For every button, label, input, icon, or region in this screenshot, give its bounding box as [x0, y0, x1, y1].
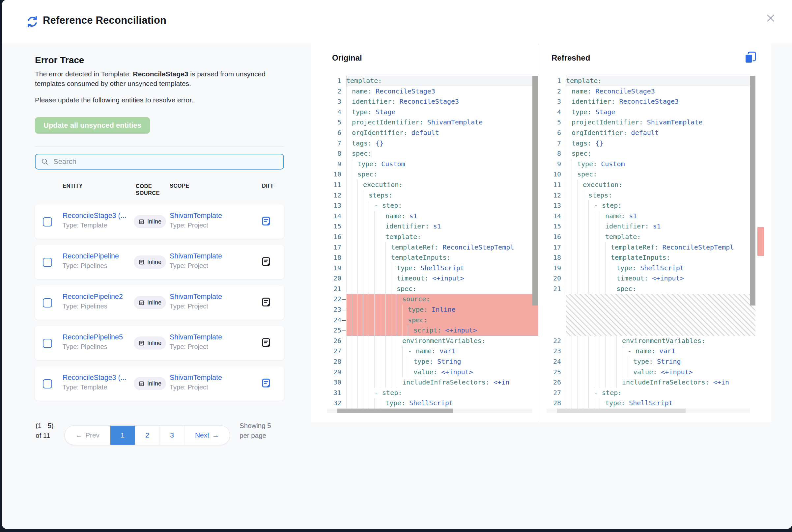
yaml-key: type:	[408, 305, 428, 315]
code-line: 1template:	[547, 76, 755, 86]
horizontal-scrollbar[interactable]	[327, 408, 532, 413]
code-line: 8spec:	[547, 149, 755, 159]
page-button-2[interactable]: 2	[135, 426, 160, 445]
scope-link[interactable]: ShivamTemplate	[170, 212, 222, 220]
diff-marker	[561, 273, 566, 284]
row-checkbox[interactable]	[43, 298, 52, 307]
diff-marker: –	[341, 325, 346, 336]
code-line: 23- name: var1	[547, 346, 755, 357]
update-all-button[interactable]: Update all unsynced entities	[35, 117, 150, 134]
yaml-key: type:	[357, 159, 377, 170]
diff-button[interactable]	[261, 378, 271, 390]
scope-link[interactable]: ShivamTemplate	[170, 333, 222, 341]
entity-link[interactable]: ReconcilePipeline5	[62, 333, 123, 341]
code-line: 17templateRef: ReconcileStepTempl	[327, 242, 538, 253]
scope-link[interactable]: ShivamTemplate	[170, 293, 222, 301]
scope-type: Type: Project	[170, 303, 208, 310]
diff-marker	[561, 159, 566, 170]
page-button-3[interactable]: 3	[160, 426, 184, 445]
code-source-label: Inline	[147, 299, 162, 306]
indent-guides	[566, 86, 572, 97]
code-line: 21spec:	[547, 284, 755, 294]
code-line: 22–source:	[327, 294, 538, 305]
code-source-label: Inline	[147, 259, 162, 266]
indent-guides	[346, 357, 413, 367]
diff-marker	[561, 252, 566, 263]
code-line: 24–spec:	[327, 315, 538, 326]
yaml-key: source:	[402, 294, 430, 305]
diff-marker	[561, 138, 566, 149]
entity-row: ReconcilePipeline2 Type: Pipelines Inlin…	[35, 285, 284, 320]
code-line: 14name: s1	[327, 211, 538, 222]
yaml-key: type:	[413, 357, 433, 367]
prev-button[interactable]: ←Prev	[65, 426, 110, 445]
line-number: 8	[547, 149, 561, 159]
search-input[interactable]	[53, 157, 278, 166]
yaml-value: ReconcileStage3	[615, 96, 679, 107]
sync-icon	[26, 15, 39, 28]
entity-list: ReconcileStage3 (... Type: Template Inli…	[35, 205, 284, 401]
line-number: 6	[547, 128, 561, 138]
line-number: 14	[547, 211, 561, 222]
yaml-value: ShellScript	[405, 398, 453, 408]
diff-button[interactable]	[261, 297, 271, 308]
scope-type: Type: Project	[170, 262, 208, 270]
code-line: 28type: String	[327, 357, 538, 367]
diff-file-icon	[261, 338, 271, 348]
entity-link[interactable]: ReconcilePipeline2	[62, 293, 123, 301]
next-arrow-icon: →	[212, 431, 219, 439]
diff-marker: –	[341, 305, 346, 315]
scope-link[interactable]: ShivamTemplate	[170, 252, 222, 261]
line-number: 6	[327, 128, 341, 138]
yaml-value: ReconcileStepTempl	[659, 242, 734, 253]
close-icon[interactable]	[765, 13, 776, 24]
entity-link[interactable]: ReconcileStage3 (...	[62, 374, 127, 382]
diff-marker	[341, 211, 346, 222]
indent-guides	[346, 232, 385, 242]
indent-guides	[566, 367, 633, 378]
code-block-original: 1template:2name: ReconcileStage33identif…	[327, 76, 538, 408]
yaml-value: <+input>	[428, 273, 464, 284]
diff-marker	[561, 346, 566, 357]
copy-icon[interactable]	[743, 51, 757, 64]
code-line: 5projectIdentifier: ShivamTemplate	[327, 117, 538, 128]
indent-guides	[346, 96, 352, 107]
line-number: 19	[547, 263, 561, 273]
indent-guides	[566, 221, 605, 232]
diff-marker	[561, 377, 566, 388]
vertical-scrollbar[interactable]	[532, 76, 538, 408]
horizontal-scrollbar[interactable]	[547, 408, 750, 413]
diff-marker	[561, 263, 566, 273]
diff-button[interactable]	[261, 256, 271, 268]
line-number: 10	[327, 169, 341, 180]
row-checkbox[interactable]	[43, 379, 52, 388]
inline-icon	[139, 381, 145, 387]
diff-marker	[341, 398, 346, 408]
vertical-scrollbar[interactable]	[750, 76, 755, 408]
row-checkbox[interactable]	[43, 339, 52, 348]
yaml-key: type:	[572, 107, 591, 117]
line-number: 29	[327, 367, 341, 378]
diff-marker	[561, 96, 566, 107]
yaml-value: Custom	[377, 159, 405, 170]
diff-button[interactable]	[261, 216, 271, 227]
scope-type: Type: Project	[170, 222, 208, 229]
page-button-1[interactable]: 1	[110, 426, 135, 445]
diff-marker	[341, 201, 346, 211]
entity-link[interactable]: ReconcileStage3 (...	[62, 212, 127, 220]
scope-link[interactable]: ShivamTemplate	[170, 374, 222, 382]
code-line: 4type: Stage	[327, 107, 538, 117]
next-button[interactable]: Next→	[184, 426, 229, 445]
row-checkbox[interactable]	[43, 258, 52, 267]
diff-marker	[341, 128, 346, 138]
yaml-value: String	[653, 357, 681, 367]
entity-link[interactable]: ReconcilePipeline	[62, 252, 119, 261]
indent-guides	[566, 149, 572, 159]
yaml-value: Stage	[591, 107, 615, 117]
diff-marker	[341, 388, 346, 398]
inline-icon	[139, 259, 145, 265]
yaml-key: spec:	[357, 169, 377, 180]
diff-button[interactable]	[261, 338, 271, 349]
code-line: 1template:	[327, 76, 538, 86]
row-checkbox[interactable]	[43, 217, 52, 227]
